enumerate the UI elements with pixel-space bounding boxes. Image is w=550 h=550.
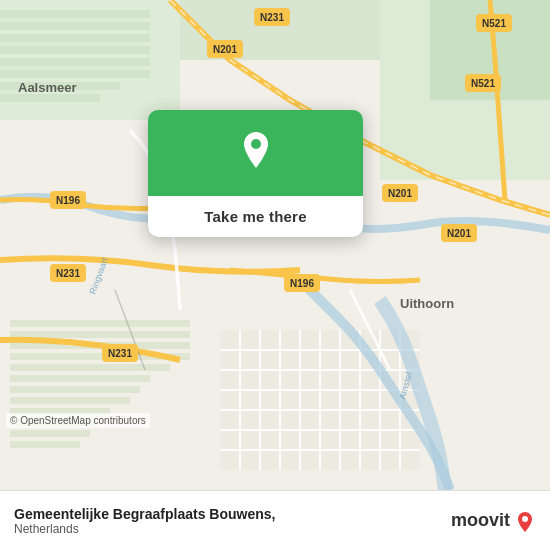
svg-rect-12 <box>0 94 100 102</box>
svg-rect-7 <box>0 34 150 42</box>
svg-rect-18 <box>10 375 150 382</box>
svg-text:N201: N201 <box>213 44 237 55</box>
svg-point-66 <box>522 516 528 522</box>
moovit-logo: moovit <box>451 510 536 532</box>
svg-text:N231: N231 <box>260 12 284 23</box>
svg-point-65 <box>251 139 261 149</box>
map-container: N521 N521 N231 N231 N231 N201 N201 N201 … <box>0 0 550 490</box>
svg-text:Aalsmeer: Aalsmeer <box>18 80 77 95</box>
svg-rect-19 <box>10 386 140 393</box>
svg-rect-14 <box>10 331 190 338</box>
svg-rect-6 <box>0 22 150 30</box>
moovit-pin-icon <box>514 510 536 532</box>
place-info: Gemeentelijke Begraafplaats Bouwens, Net… <box>14 506 275 536</box>
svg-rect-23 <box>10 430 90 437</box>
svg-text:N521: N521 <box>482 18 506 29</box>
svg-rect-13 <box>10 320 190 327</box>
svg-text:N196: N196 <box>290 278 314 289</box>
svg-text:N231: N231 <box>56 268 80 279</box>
place-name: Gemeentelijke Begraafplaats Bouwens, <box>14 506 275 522</box>
moovit-text: moovit <box>451 510 510 531</box>
take-me-there-button[interactable]: Take me there <box>148 196 363 237</box>
svg-text:N201: N201 <box>388 188 412 199</box>
svg-rect-17 <box>10 364 170 371</box>
popup-card: Take me there <box>148 110 363 237</box>
location-pin-icon <box>234 128 278 172</box>
svg-rect-5 <box>0 10 150 18</box>
svg-rect-10 <box>0 70 150 78</box>
svg-rect-20 <box>10 397 130 404</box>
svg-text:N521: N521 <box>471 78 495 89</box>
bottom-bar: Gemeentelijke Begraafplaats Bouwens, Net… <box>0 490 550 550</box>
svg-text:N231: N231 <box>108 348 132 359</box>
svg-text:N201: N201 <box>447 228 471 239</box>
svg-rect-8 <box>0 46 150 54</box>
svg-rect-24 <box>10 441 80 448</box>
svg-rect-9 <box>0 58 150 66</box>
place-country: Netherlands <box>14 522 275 536</box>
svg-text:N196: N196 <box>56 195 80 206</box>
osm-credit: © OpenStreetMap contributors <box>6 413 150 428</box>
svg-text:Uithoorn: Uithoorn <box>400 296 454 311</box>
